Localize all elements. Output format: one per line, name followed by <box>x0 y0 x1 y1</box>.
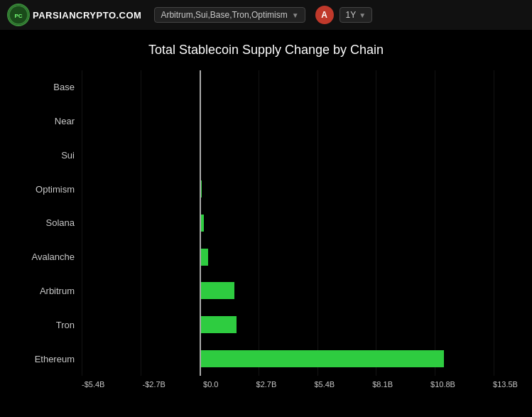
svg-text:PC: PC <box>14 13 22 19</box>
bar-arbitrum <box>200 282 234 299</box>
bar-row-sui <box>82 142 518 168</box>
y-label-avalanche: Avalanche <box>14 252 75 261</box>
bar-row-near <box>82 109 518 134</box>
x-axis: -$5.4B -$2.7B $0.0 $2.7B $5.4B $8.1B $10… <box>14 380 518 389</box>
y-label-tron: Tron <box>14 320 75 330</box>
zero-line <box>200 70 201 376</box>
y-label-ethereum: Ethereum <box>14 354 75 364</box>
chain-filter-arrow-icon: ▼ <box>292 11 299 19</box>
y-label-near: Near <box>14 117 75 126</box>
logo-text: PARSIANCRYPTO.COM <box>33 10 141 21</box>
bar-row-arbitrum <box>82 278 518 303</box>
chain-filter-label: Arbitrum,Sui,Base,Tron,Optimism <box>161 10 287 20</box>
header: PC PARSIANCRYPTO.COM Arbitrum,Sui,Base,T… <box>0 0 532 30</box>
logo-area: PC PARSIANCRYPTO.COM <box>7 4 141 26</box>
bar-row-solana <box>82 210 518 236</box>
y-label-optimism: Optimism <box>14 185 75 194</box>
bars-area <box>82 70 518 376</box>
bar-row-tron <box>82 312 518 337</box>
chart-title: Total Stablecoin Supply Change by Chain <box>14 43 518 58</box>
y-label-solana: Solana <box>14 218 75 227</box>
x-label-n54: -$5.4B <box>82 380 104 389</box>
chart-container: Total Stablecoin Supply Change by Chain … <box>0 30 532 417</box>
x-label-54: $5.4B <box>314 380 335 389</box>
y-axis-labels: Base Near Sui Optimism Solana Avalanche … <box>14 70 82 376</box>
chain-filter-dropdown[interactable]: Arbitrum,Sui,Base,Tron,Optimism ▼ <box>154 7 305 23</box>
time-filter-arrow-icon: ▼ <box>359 11 366 19</box>
bar-row-base <box>82 75 518 100</box>
x-label-zero: $0.0 <box>203 380 218 389</box>
logo-icon: PC <box>7 4 30 26</box>
x-label-108: $10.8B <box>430 380 455 389</box>
bar-ethereum <box>200 350 444 367</box>
bar-row-avalanche <box>82 244 518 270</box>
x-label-135: $13.5B <box>493 380 518 389</box>
bar-tron <box>200 316 237 333</box>
y-label-base: Base <box>14 82 75 92</box>
bar-row-optimism <box>82 176 518 202</box>
x-label-81: $8.1B <box>372 380 393 389</box>
time-filter-dropdown[interactable]: 1Y ▼ <box>340 7 373 23</box>
user-avatar[interactable]: A <box>315 6 334 24</box>
x-label-27: $2.7B <box>256 380 277 389</box>
y-label-arbitrum: Arbitrum <box>14 286 75 296</box>
time-filter-label: 1Y <box>346 10 357 20</box>
y-label-sui: Sui <box>14 151 75 160</box>
chart-body: Base Near Sui Optimism Solana Avalanche … <box>14 70 518 376</box>
x-label-n27: -$2.7B <box>143 380 165 389</box>
bar-row-ethereum <box>82 346 518 372</box>
